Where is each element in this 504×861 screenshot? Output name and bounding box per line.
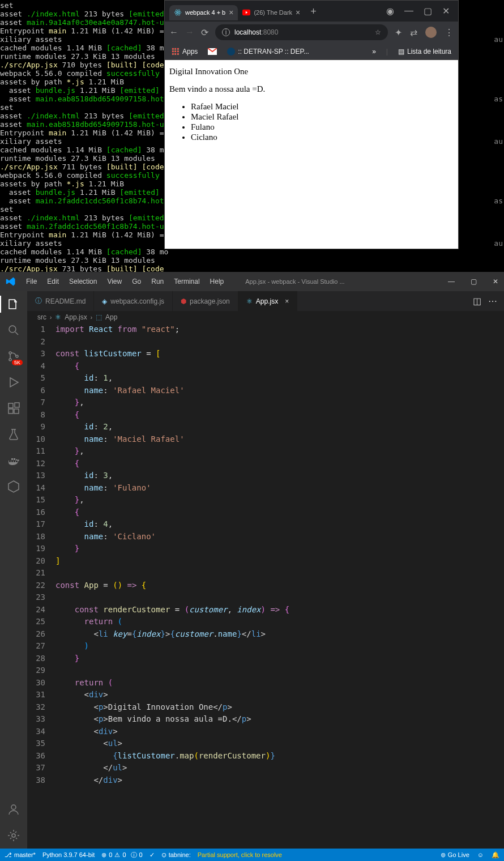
vscode-window-controls: — ▢ ✕ bbox=[448, 278, 498, 285]
page-text: Bem vindo a nossa aula =D. bbox=[169, 84, 454, 94]
menu-edit[interactable]: Edit bbox=[47, 278, 59, 285]
more-bookmarks-icon[interactable]: » bbox=[372, 48, 376, 56]
chevron-right-icon: › bbox=[50, 314, 52, 321]
bookmark-star-icon[interactable]: ☆ bbox=[375, 28, 381, 36]
extensions-icon[interactable] bbox=[6, 401, 21, 416]
close-icon[interactable]: × bbox=[296, 8, 300, 17]
maximize-button[interactable]: ▢ bbox=[424, 6, 432, 16]
back-button[interactable]: ← bbox=[169, 27, 178, 37]
source-control-icon[interactable]: 5K bbox=[6, 349, 21, 364]
error-icon: ⊗ bbox=[101, 851, 106, 859]
check-icon[interactable]: ✓ bbox=[150, 851, 155, 859]
bookmark-item[interactable]: :: DETRAN-SP :: DEP... bbox=[227, 48, 309, 56]
editor-tab[interactable]: ◈ webpack.config.js bbox=[94, 291, 173, 311]
maximize-button[interactable]: ▢ bbox=[471, 278, 477, 285]
window-title: App.jsx - webpack - Visual Studio ... bbox=[245, 278, 344, 285]
gmail-bookmark[interactable] bbox=[208, 48, 217, 55]
activity-bar: 5K bbox=[0, 291, 27, 849]
code-editor[interactable]: 1234567891011121314151617181920212223242… bbox=[27, 323, 504, 849]
browser-tab-active[interactable]: webpack 4 + b × bbox=[169, 5, 238, 20]
apps-button[interactable]: Apps bbox=[172, 48, 198, 56]
hexagon-icon[interactable] bbox=[6, 479, 21, 494]
menu-help[interactable]: Help bbox=[210, 278, 224, 285]
status-bar: ⎇ master* Python 3.9.7 64-bit ⊗0 ⚠0 ⓘ0 ✓… bbox=[0, 849, 504, 861]
menu-go[interactable]: Go bbox=[132, 278, 141, 285]
list-item: Maciel Rafael bbox=[191, 112, 454, 122]
reload-button[interactable]: ⟳ bbox=[201, 27, 208, 38]
minimize-button[interactable]: — bbox=[448, 278, 455, 285]
code-content[interactable]: import React from "react"; const listCus… bbox=[55, 323, 504, 849]
list-item: Rafael Maciel bbox=[191, 102, 454, 112]
page-heading: Digital Innovation One bbox=[169, 67, 454, 76]
python-version[interactable]: Python 3.9.7 64-bit bbox=[42, 851, 95, 858]
broadcast-icon: ⊚ bbox=[441, 851, 446, 859]
minimize-button[interactable]: — bbox=[404, 6, 413, 16]
split-editor-icon[interactable]: ◫ bbox=[473, 296, 481, 306]
customize-icon[interactable]: ⇄ bbox=[410, 27, 417, 38]
globe-icon bbox=[227, 48, 235, 56]
menu-view[interactable]: View bbox=[107, 278, 122, 285]
run-debug-icon[interactable] bbox=[6, 375, 21, 390]
tab-actions: ◫ ⋯ bbox=[473, 291, 504, 311]
vscode-window: File Edit Selection View Go Run Terminal… bbox=[0, 272, 504, 861]
editor-area: ⓘ README.md ◈ webpack.config.js ⬢ packag… bbox=[27, 291, 504, 849]
account-icon[interactable] bbox=[6, 802, 21, 817]
svg-point-8 bbox=[9, 359, 11, 361]
apps-icon bbox=[172, 48, 180, 56]
branch-indicator[interactable]: ⎇ master* bbox=[5, 851, 36, 859]
list-icon: ▤ bbox=[398, 48, 404, 56]
forward-button[interactable]: → bbox=[185, 27, 194, 37]
tabnine-icon: ⊙ bbox=[161, 851, 166, 859]
svg-point-15 bbox=[12, 834, 15, 837]
svg-rect-12 bbox=[14, 409, 19, 414]
menu-file[interactable]: File bbox=[26, 278, 37, 285]
explorer-icon[interactable] bbox=[6, 297, 21, 312]
list-item: Ciclano bbox=[191, 133, 454, 142]
editor-tab[interactable]: ⬢ package.json bbox=[173, 291, 238, 311]
address-bar[interactable]: i localhost:8080 ☆ bbox=[215, 24, 388, 40]
close-button[interactable]: ✕ bbox=[442, 6, 450, 16]
bell-icon[interactable]: 🔔 bbox=[492, 851, 499, 859]
warning-icon: ⚠ bbox=[114, 851, 120, 859]
more-actions-icon[interactable]: ⋯ bbox=[488, 296, 497, 306]
close-icon[interactable]: × bbox=[285, 297, 289, 305]
close-icon[interactable]: × bbox=[229, 8, 233, 17]
tabnine-status[interactable]: ⊙ tabnine: bbox=[161, 851, 191, 859]
list-item: Fulano bbox=[191, 122, 454, 132]
breadcrumbs[interactable]: src › ⚛ App.jsx › ⬚ App bbox=[27, 311, 504, 323]
extensions-icon[interactable]: ✦ bbox=[395, 27, 402, 38]
new-tab-button[interactable]: + bbox=[305, 6, 322, 20]
menu-run[interactable]: Run bbox=[151, 278, 164, 285]
browser-tab[interactable]: (26) The Dark × bbox=[238, 5, 305, 20]
testing-icon[interactable] bbox=[6, 427, 21, 442]
browser-tabs: webpack 4 + b × (26) The Dark × + bbox=[165, 2, 322, 20]
go-live-button[interactable]: ⊚ Go Live bbox=[441, 851, 469, 859]
settings-icon[interactable] bbox=[6, 828, 21, 843]
page-content: Digital Innovation One Bem vindo a nossa… bbox=[165, 60, 458, 249]
info-icon[interactable]: i bbox=[222, 28, 230, 36]
bookmarks-bar: Apps :: DETRAN-SP :: DEP... » | ▤ Lista … bbox=[165, 43, 458, 60]
partial-support[interactable]: Partial support, click to resolve bbox=[198, 851, 282, 858]
editor-tab-active[interactable]: ⚛ App.jsx × bbox=[238, 291, 297, 311]
vscode-body: 5K bbox=[0, 291, 504, 849]
react-icon: ⚛ bbox=[55, 313, 61, 321]
reading-list-button[interactable]: ▤ Lista de leitura bbox=[398, 48, 451, 56]
menu-terminal[interactable]: Terminal bbox=[174, 278, 199, 285]
feedback-icon[interactable]: ☺ bbox=[477, 851, 484, 858]
vscode-titlebar[interactable]: File Edit Selection View Go Run Terminal… bbox=[0, 272, 504, 291]
editor-tab[interactable]: ⓘ README.md bbox=[27, 291, 94, 311]
branch-icon: ⎇ bbox=[5, 851, 12, 859]
info-icon: ⓘ bbox=[131, 851, 137, 859]
badge: 5K bbox=[12, 360, 23, 365]
menu-selection[interactable]: Selection bbox=[69, 278, 97, 285]
problems-indicator[interactable]: ⊗0 ⚠0 ⓘ0 bbox=[101, 851, 142, 859]
avatar[interactable] bbox=[425, 27, 437, 38]
search-icon[interactable] bbox=[6, 323, 21, 338]
incognito-icon: ◉ bbox=[386, 6, 394, 16]
browser-toolbar: ← → ⟳ i localhost:8080 ☆ ✦ ⇄ ⋮ bbox=[165, 22, 458, 43]
menu-icon[interactable]: ⋮ bbox=[445, 27, 454, 38]
close-button[interactable]: ✕ bbox=[493, 278, 498, 285]
browser-titlebar[interactable]: webpack 4 + b × (26) The Dark × + ◉ — ▢ … bbox=[165, 1, 458, 22]
svg-point-0 bbox=[177, 12, 178, 13]
docker-icon[interactable] bbox=[6, 453, 21, 468]
